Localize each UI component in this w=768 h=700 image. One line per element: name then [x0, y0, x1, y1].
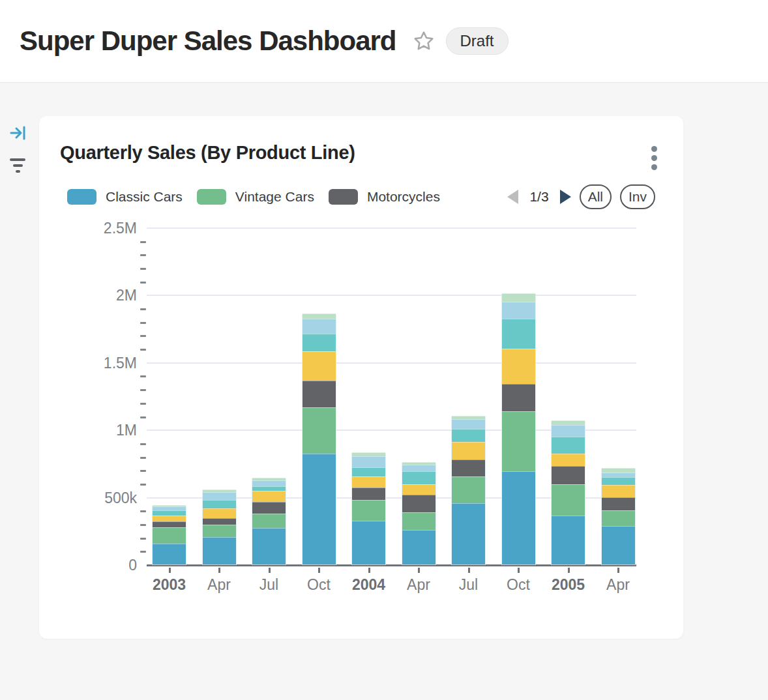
legend-item-vintage-cars[interactable]: Vintage Cars: [197, 189, 314, 205]
kebab-menu-icon[interactable]: [647, 143, 661, 173]
bar-segment-unlabeled-yellow-[interactable]: [502, 349, 535, 384]
bar-segment-unlabeled-light-blue-[interactable]: [352, 456, 385, 467]
bar-segment-unlabeled-pale-green-[interactable]: [502, 293, 535, 302]
bar-segment-unlabeled-pale-green-[interactable]: [303, 314, 336, 319]
bar-segment-classic-cars[interactable]: [552, 516, 585, 564]
bar-segment-vintage-cars[interactable]: [303, 407, 336, 454]
bar-segment-unlabeled-light-blue-[interactable]: [452, 419, 485, 429]
bar-segment-unlabeled-teal-[interactable]: [552, 437, 585, 454]
bar-segment-motorcycles[interactable]: [352, 488, 385, 500]
bar-segment-vintage-cars[interactable]: [203, 525, 236, 537]
bar-segment-vintage-cars[interactable]: [502, 411, 535, 471]
bar-segment-unlabeled-yellow-[interactable]: [203, 508, 236, 518]
collapse-panel-icon[interactable]: [9, 124, 27, 145]
bar-segment-unlabeled-light-blue-[interactable]: [602, 473, 635, 477]
favorite-button[interactable]: [412, 29, 436, 53]
filter-icon[interactable]: [9, 158, 26, 173]
bar-segment-classic-cars[interactable]: [402, 530, 436, 564]
invert-selection-button[interactable]: Inv: [620, 184, 655, 209]
legend-row: Classic CarsVintage CarsMotorcycles 1/3 …: [67, 183, 655, 211]
bar-segment-unlabeled-pale-green-[interactable]: [452, 416, 485, 419]
bar-segment-vintage-cars[interactable]: [552, 484, 585, 516]
bar-2003-0: [152, 506, 186, 565]
bar-segment-vintage-cars[interactable]: [153, 527, 186, 543]
bar-segment-vintage-cars[interactable]: [402, 512, 436, 530]
bar-segment-unlabeled-yellow-[interactable]: [452, 442, 485, 459]
bar-segment-unlabeled-teal-[interactable]: [153, 510, 186, 515]
bar-segment-motorcycles[interactable]: [252, 502, 286, 514]
bar-segment-motorcycles[interactable]: [203, 518, 236, 525]
legend-item-motorcycles[interactable]: Motorcycles: [329, 189, 440, 205]
pager-prev-icon[interactable]: [507, 190, 518, 204]
x-tick-label: Apr: [589, 576, 647, 594]
legend-swatch-icon: [197, 189, 226, 205]
bar-segment-unlabeled-teal-[interactable]: [452, 429, 485, 442]
y-tick-label: 1.5M: [104, 354, 137, 372]
bar-segment-classic-cars[interactable]: [602, 526, 635, 564]
bar-segment-unlabeled-light-blue-[interactable]: [303, 319, 336, 334]
bar-segment-classic-cars[interactable]: [203, 537, 236, 564]
bar-segment-motorcycles[interactable]: [303, 381, 336, 407]
bar-segment-classic-cars[interactable]: [452, 503, 485, 565]
bar-segment-unlabeled-yellow-[interactable]: [303, 351, 336, 381]
bar-segment-unlabeled-pale-green-[interactable]: [602, 468, 635, 473]
bar-segment-vintage-cars[interactable]: [252, 514, 286, 528]
legend-item-classic-cars[interactable]: Classic Cars: [67, 189, 183, 205]
y-minor-tick: [140, 538, 146, 540]
bar-segment-vintage-cars[interactable]: [452, 476, 485, 503]
bar-segment-unlabeled-pale-green-[interactable]: [153, 505, 186, 506]
bar-apr-9: [601, 469, 636, 565]
bar-segment-vintage-cars[interactable]: [602, 510, 635, 526]
bar-2004-4: [351, 453, 386, 565]
bar-segment-unlabeled-light-blue-[interactable]: [203, 492, 236, 500]
bar-segment-unlabeled-light-blue-[interactable]: [252, 480, 286, 486]
bar-segment-unlabeled-yellow-[interactable]: [153, 516, 186, 521]
bar-segment-unlabeled-light-blue-[interactable]: [153, 506, 186, 510]
gridline-2M: [147, 295, 636, 296]
bar-segment-unlabeled-pale-green-[interactable]: [402, 462, 436, 465]
bar-segment-unlabeled-teal-[interactable]: [352, 467, 385, 476]
legend-label: Motorcycles: [367, 189, 440, 205]
pager-next-icon[interactable]: [560, 190, 571, 204]
bar-segment-unlabeled-yellow-[interactable]: [552, 454, 585, 465]
bar-segment-unlabeled-yellow-[interactable]: [252, 491, 286, 502]
bar-segment-motorcycles[interactable]: [502, 384, 535, 411]
bar-segment-unlabeled-light-blue-[interactable]: [502, 302, 535, 319]
bar-segment-classic-cars[interactable]: [252, 528, 286, 564]
y-minor-tick: [140, 268, 146, 270]
bar-segment-vintage-cars[interactable]: [352, 500, 385, 521]
select-all-button[interactable]: All: [580, 184, 612, 209]
bar-segment-unlabeled-yellow-[interactable]: [352, 476, 385, 487]
bar-segment-motorcycles[interactable]: [153, 521, 186, 527]
y-minor-tick: [140, 484, 146, 486]
bar-segment-unlabeled-yellow-[interactable]: [402, 484, 436, 495]
bar-segment-classic-cars[interactable]: [502, 471, 535, 564]
y-tick-label: 2M: [116, 287, 137, 304]
bar-segment-motorcycles[interactable]: [452, 459, 485, 477]
bar-segment-unlabeled-teal-[interactable]: [402, 471, 436, 484]
bar-segment-unlabeled-pale-green-[interactable]: [203, 489, 236, 492]
bar-segment-unlabeled-teal-[interactable]: [502, 319, 535, 348]
bar-segment-classic-cars[interactable]: [153, 544, 186, 564]
bar-segment-unlabeled-teal-[interactable]: [602, 477, 635, 486]
bar-segment-unlabeled-teal-[interactable]: [252, 486, 286, 491]
bar-segment-motorcycles[interactable]: [402, 495, 436, 512]
bar-segment-classic-cars[interactable]: [303, 454, 336, 564]
bar-segment-motorcycles[interactable]: [602, 497, 635, 510]
bar-segment-motorcycles[interactable]: [552, 466, 585, 484]
x-tick: [468, 568, 470, 573]
bar-segment-unlabeled-light-blue-[interactable]: [402, 465, 436, 471]
y-tick-label: 0: [128, 557, 137, 574]
bar-segment-unlabeled-pale-green-[interactable]: [252, 478, 286, 480]
bar-segment-unlabeled-pale-green-[interactable]: [352, 452, 385, 456]
bar-segment-unlabeled-teal-[interactable]: [203, 500, 236, 508]
bar-apr-5: [402, 463, 436, 565]
bar-segment-classic-cars[interactable]: [352, 521, 385, 564]
bar-segment-unlabeled-pale-green-[interactable]: [552, 420, 585, 426]
bar-segment-unlabeled-yellow-[interactable]: [602, 485, 635, 497]
bar-jul-2: [252, 478, 286, 565]
legend-swatch-icon: [329, 189, 358, 205]
legend-pager: 1/3: [507, 189, 570, 205]
bar-segment-unlabeled-light-blue-[interactable]: [552, 425, 585, 437]
bar-segment-unlabeled-teal-[interactable]: [303, 334, 336, 351]
